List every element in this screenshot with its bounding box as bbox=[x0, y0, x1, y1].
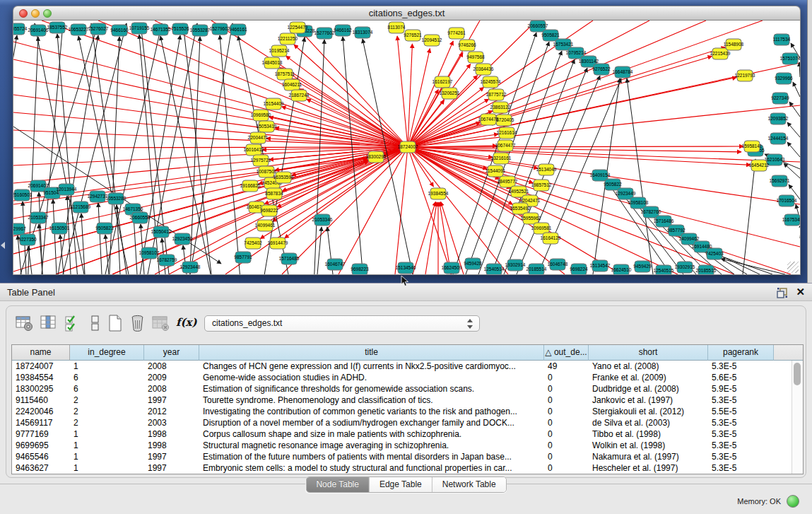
network-node[interactable]: 16914479 bbox=[268, 238, 288, 249]
network-node[interactable]: 9497568 bbox=[466, 52, 485, 63]
network-node[interactable]: 12540514 bbox=[484, 264, 505, 274]
network-node[interactable]: 21053346 bbox=[312, 214, 333, 226]
network-node[interactable]: 14671355 bbox=[151, 24, 171, 35]
network-node[interactable]: 20691406 bbox=[28, 25, 49, 36]
network-node[interactable]: 16162197 bbox=[433, 76, 453, 88]
network-edge[interactable] bbox=[408, 77, 736, 147]
network-node[interactable]: 18757511 bbox=[275, 69, 295, 80]
network-node[interactable]: 9329967 bbox=[13, 223, 26, 235]
network-node[interactable]: 9466160 bbox=[110, 25, 129, 36]
network-node[interactable]: 10553288 bbox=[106, 193, 126, 204]
memory-status-icon[interactable] bbox=[787, 495, 799, 508]
network-edge[interactable] bbox=[408, 44, 412, 147]
delete-column-icon[interactable] bbox=[128, 313, 148, 333]
column-header-pagerank[interactable]: pagerank bbox=[708, 345, 774, 361]
network-node[interactable]: 10719155 bbox=[129, 23, 150, 34]
network-edge[interactable] bbox=[314, 40, 324, 274]
network-node[interactable]: 9505823 bbox=[95, 223, 114, 234]
network-edge[interactable] bbox=[413, 201, 435, 274]
network-node[interactable]: 14099461 bbox=[255, 220, 276, 231]
network-node[interactable]: 9227350 bbox=[18, 234, 37, 245]
network-node[interactable]: 16245574 bbox=[481, 76, 501, 88]
table-row[interactable]: 946554611997Estimation of the future num… bbox=[12, 451, 803, 462]
network-node[interactable]: 16648784 bbox=[613, 66, 633, 78]
select-all-icon[interactable] bbox=[63, 313, 83, 333]
network-node[interactable]: 10674477 bbox=[495, 140, 516, 151]
network-node[interactable]: 18724007 bbox=[398, 141, 418, 153]
vertical-scrollbar[interactable] bbox=[792, 361, 803, 474]
network-node[interactable]: 14845018 bbox=[262, 57, 283, 69]
table-row[interactable]: 2242004622012Investigating the contribut… bbox=[12, 406, 803, 417]
network-edge[interactable] bbox=[105, 235, 109, 274]
table-source-dropdown[interactable]: citations_edges.txt bbox=[204, 315, 480, 332]
close-icon[interactable]: ✕ bbox=[796, 286, 805, 298]
network-edge[interactable] bbox=[42, 21, 408, 147]
network-edge[interactable] bbox=[787, 142, 800, 157]
network-edge[interactable] bbox=[155, 161, 368, 274]
network-node[interactable]: 12540515 bbox=[654, 265, 674, 274]
network-edge[interactable] bbox=[139, 35, 160, 274]
network-node[interactable]: 12211250 bbox=[278, 33, 298, 45]
float-window-icon[interactable] bbox=[777, 287, 788, 298]
network-edge[interactable] bbox=[408, 147, 452, 274]
table-row[interactable]: 911546021997Tourette syndrome. Phenomeno… bbox=[12, 395, 803, 406]
network-node[interactable]: 10195214 bbox=[269, 45, 290, 57]
network-node[interactable]: 15134547 bbox=[590, 260, 611, 271]
table-row[interactable]: 1456911722003Disruption of a novel membe… bbox=[12, 417, 803, 428]
network-node[interactable]: 12942737 bbox=[88, 191, 108, 202]
table-row[interactable]: 1872400712008Changes of HCN gene express… bbox=[12, 361, 803, 372]
network-node[interactable]: 15751074 bbox=[780, 53, 800, 64]
network-node[interactable]: 8587834 bbox=[265, 188, 283, 199]
network-node[interactable]: 10653227 bbox=[69, 24, 89, 35]
scrollbar-thumb[interactable] bbox=[794, 363, 801, 385]
column-header-name[interactable]: name bbox=[12, 345, 70, 361]
network-node[interactable]: 24055724 bbox=[13, 23, 28, 35]
network-node[interactable]: 12093852 bbox=[768, 113, 789, 124]
network-edge[interactable] bbox=[799, 62, 800, 77]
network-edge[interactable] bbox=[91, 23, 126, 274]
network-edge[interactable] bbox=[78, 36, 131, 274]
network-node[interactable]: 9698223 bbox=[351, 264, 369, 274]
network-node[interactable]: 10969580 bbox=[251, 110, 271, 121]
network-node[interactable]: 9698222 bbox=[260, 205, 278, 216]
network-node[interactable]: 11544091 bbox=[486, 165, 506, 177]
table-mode-icon[interactable] bbox=[15, 313, 35, 333]
network-node[interactable]: 16046211 bbox=[282, 79, 302, 90]
network-node[interactable]: 18537552 bbox=[47, 22, 68, 33]
window-titlebar[interactable]: citations_edges.txt bbox=[13, 6, 801, 21]
network-node[interactable]: 16046747 bbox=[325, 259, 346, 270]
column-header-year[interactable]: year bbox=[144, 345, 199, 361]
tab-node-table[interactable]: Node Table bbox=[306, 477, 370, 492]
network-edge[interactable] bbox=[787, 122, 800, 137]
network-node[interactable]: 16353594 bbox=[273, 172, 294, 183]
network-window[interactable]: citations_edges.txt 24055724206914061853… bbox=[13, 6, 801, 275]
resize-grip-icon[interactable] bbox=[787, 262, 799, 273]
network-node[interactable]: 18775712 bbox=[486, 89, 507, 100]
network-node[interactable]: 16454212 bbox=[749, 160, 770, 171]
network-node[interactable]: 18300295 bbox=[366, 151, 387, 163]
network-node[interactable]: 20364436 bbox=[473, 64, 494, 75]
network-node[interactable]: 15050412 bbox=[151, 226, 172, 238]
network-edge[interactable] bbox=[300, 89, 408, 147]
network-edge[interactable] bbox=[13, 147, 408, 148]
column-header-short[interactable]: short bbox=[589, 345, 708, 361]
network-node[interactable]: 19857512 bbox=[531, 180, 552, 191]
network-node[interactable]: 16150501 bbox=[49, 223, 70, 234]
network-edge[interactable] bbox=[63, 23, 126, 274]
network-node[interactable]: 19384554 bbox=[428, 188, 449, 199]
network-node[interactable]: 17016504 bbox=[777, 195, 797, 206]
network-node[interactable]: 9774261 bbox=[447, 28, 466, 39]
network-edge[interactable] bbox=[721, 259, 785, 274]
network-node[interactable]: 22004471 bbox=[248, 132, 269, 144]
network-node[interactable]: 11548908 bbox=[724, 39, 744, 50]
network-node[interactable]: 11215689 bbox=[71, 201, 91, 213]
network-node[interactable]: 21053347 bbox=[28, 212, 49, 223]
show-columns-icon[interactable] bbox=[39, 313, 59, 333]
network-edge[interactable] bbox=[13, 42, 408, 147]
network-node[interactable]: 15134049 bbox=[536, 164, 557, 175]
network-edge[interactable] bbox=[98, 203, 102, 274]
network-node[interactable]: 16046748 bbox=[548, 259, 568, 270]
network-node[interactable]: 19302914 bbox=[505, 259, 526, 271]
network-node[interactable]: 19302915 bbox=[675, 262, 695, 273]
network-node[interactable]: 9276521 bbox=[404, 30, 422, 41]
